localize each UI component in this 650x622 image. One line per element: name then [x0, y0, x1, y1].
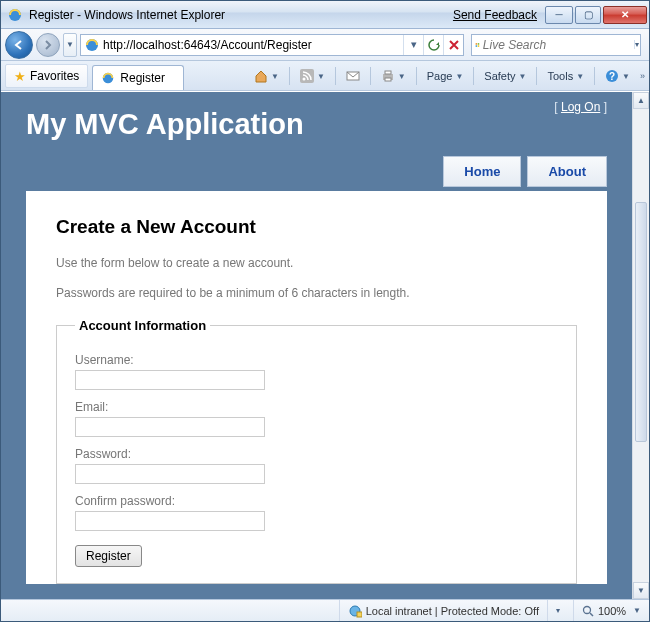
main-content: Create a New Account Use the form below …: [26, 191, 607, 584]
star-icon: ★: [14, 69, 26, 84]
fieldset-legend: Account Information: [75, 318, 210, 333]
refresh-button[interactable]: [423, 35, 443, 55]
email-label: Email:: [75, 400, 558, 414]
password-input[interactable]: [75, 464, 265, 484]
window-controls: ─ ▢ ✕: [545, 6, 649, 24]
svg-point-17: [583, 606, 590, 613]
site-nav: Home About: [1, 156, 632, 187]
favorites-label: Favorites: [30, 69, 79, 83]
status-left: [1, 600, 339, 621]
print-button[interactable]: ▼: [375, 65, 412, 87]
svg-text:?: ?: [609, 71, 615, 82]
stop-button[interactable]: [443, 35, 463, 55]
password-label: Password:: [75, 447, 558, 461]
search-box: ▾: [471, 34, 641, 56]
tab-bar: ★ Favorites Register ▼ ▼ ▼ Page▼: [1, 61, 649, 91]
status-bar: Local intranet | Protected Mode: Off ▾ 1…: [1, 599, 649, 621]
status-zone[interactable]: Local intranet | Protected Mode: Off: [339, 600, 547, 621]
home-button[interactable]: ▼: [248, 65, 285, 87]
arrow-right-icon: [43, 40, 53, 50]
help-button[interactable]: ?▼: [599, 65, 636, 87]
intro-text: Use the form below to create a new accou…: [56, 256, 577, 270]
scroll-up-button[interactable]: ▲: [633, 92, 649, 109]
logon-section: [ Log On ]: [554, 100, 607, 114]
send-feedback-link[interactable]: Send Feedback: [453, 8, 537, 22]
zoom-control[interactable]: 100% ▼: [573, 600, 649, 621]
close-button[interactable]: ✕: [603, 6, 647, 24]
vertical-scrollbar[interactable]: ▲ ▼: [632, 92, 649, 599]
zone-icon: [348, 604, 362, 618]
live-search-icon: [475, 37, 480, 53]
svg-rect-2: [476, 43, 478, 45]
username-label: Username:: [75, 353, 558, 367]
titlebar: Register - Windows Internet Explorer Sen…: [1, 1, 649, 29]
scroll-down-button[interactable]: ▼: [633, 582, 649, 599]
svg-rect-16: [357, 612, 362, 617]
nav-home[interactable]: Home: [443, 156, 521, 187]
toolbar-overflow[interactable]: »: [640, 71, 643, 81]
navigation-bar: ▼ ▾ ▾: [1, 29, 649, 61]
url-input[interactable]: [103, 36, 403, 54]
tools-menu[interactable]: Tools▼: [541, 65, 590, 87]
email-input[interactable]: [75, 417, 265, 437]
printer-icon: [381, 69, 395, 83]
help-icon: ?: [605, 69, 619, 83]
svg-rect-11: [385, 71, 391, 74]
client-area: My MVC Application [ Log On ] Home About…: [1, 91, 649, 599]
search-dropdown[interactable]: ▾: [634, 40, 640, 49]
feeds-button[interactable]: ▼: [294, 65, 331, 87]
svg-rect-4: [476, 45, 478, 47]
logon-link[interactable]: Log On: [561, 100, 600, 114]
page-heading: Create a New Account: [56, 216, 577, 238]
minimize-button[interactable]: ─: [545, 6, 573, 24]
page-menu[interactable]: Page▼: [421, 65, 470, 87]
home-icon: [254, 69, 268, 83]
status-spacer[interactable]: ▾: [547, 600, 573, 621]
password-note: Passwords are required to be a minimum o…: [56, 286, 577, 300]
tab-icon: [101, 71, 115, 85]
page-header: My MVC Application [ Log On ]: [1, 92, 632, 156]
register-button[interactable]: Register: [75, 545, 142, 567]
safety-menu[interactable]: Safety▼: [478, 65, 532, 87]
svg-rect-12: [385, 78, 391, 81]
svg-point-8: [302, 78, 305, 81]
command-bar: ▼ ▼ ▼ Page▼ Safety▼ Tools▼ ?▼ »: [248, 65, 643, 87]
username-input[interactable]: [75, 370, 265, 390]
address-bar: ▾: [80, 34, 464, 56]
forward-button[interactable]: [36, 33, 60, 57]
window-title: Register - Windows Internet Explorer: [29, 8, 225, 22]
confirm-label: Confirm password:: [75, 494, 558, 508]
page-icon: [84, 37, 100, 53]
search-input[interactable]: [483, 36, 634, 54]
rss-icon: [300, 69, 314, 83]
readmail-button[interactable]: [340, 65, 366, 87]
favorites-button[interactable]: ★ Favorites: [5, 64, 88, 88]
back-button[interactable]: [5, 31, 33, 59]
viewport: My MVC Application [ Log On ] Home About…: [1, 92, 632, 599]
app-title: My MVC Application: [26, 108, 304, 141]
refresh-icon: [428, 39, 440, 51]
scroll-thumb[interactable]: [635, 202, 647, 442]
svg-rect-5: [478, 45, 480, 47]
ie-icon: [7, 7, 23, 23]
stop-icon: [449, 40, 459, 50]
account-fieldset: Account Information Username: Email: Pas…: [56, 318, 577, 584]
page-content: My MVC Application [ Log On ] Home About…: [1, 92, 632, 599]
svg-rect-3: [478, 43, 480, 45]
recent-pages-dropdown[interactable]: ▼: [63, 33, 77, 57]
tab-label: Register: [120, 71, 165, 85]
svg-line-18: [590, 613, 593, 616]
mail-icon: [346, 70, 360, 82]
nav-about[interactable]: About: [527, 156, 607, 187]
zoom-icon: [582, 605, 594, 617]
arrow-left-icon: [13, 39, 25, 51]
tab-register[interactable]: Register: [92, 65, 184, 90]
address-dropdown[interactable]: ▾: [403, 35, 423, 55]
browser-window: Register - Windows Internet Explorer Sen…: [0, 0, 650, 622]
maximize-button[interactable]: ▢: [575, 6, 601, 24]
confirm-password-input[interactable]: [75, 511, 265, 531]
